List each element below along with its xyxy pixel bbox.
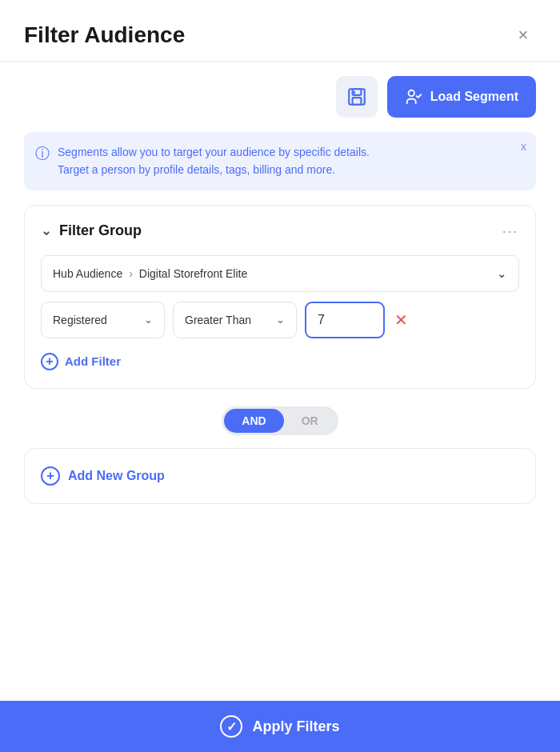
registered-label: Registered: [53, 314, 107, 326]
page-title: Filter Audience: [24, 22, 185, 48]
load-segment-icon: [405, 88, 422, 106]
audience-dropdown-icon: ⌄: [497, 266, 507, 281]
save-icon: [346, 86, 367, 107]
info-banner: ⓘ Segments allow you to target your audi…: [24, 132, 536, 190]
add-filter-label: Add Filter: [65, 354, 121, 368]
audience-part2: Digital Storefront Elite: [139, 267, 247, 280]
apply-check-icon: ✓: [220, 715, 242, 738]
filter-group-label: Filter Group: [59, 222, 142, 239]
add-group-label: Add New Group: [68, 469, 165, 483]
filter-group-card: ⌄ Filter Group ⋯ Hub Audience › Digital …: [24, 205, 536, 389]
registered-select[interactable]: Registered ⌄: [41, 302, 165, 338]
load-segment-button[interactable]: Load Segment: [387, 76, 536, 118]
audience-selector-row[interactable]: Hub Audience › Digital Storefront Elite …: [41, 255, 519, 292]
condition-select[interactable]: Greater Than ⌄: [173, 302, 297, 338]
delete-icon: ✕: [394, 310, 408, 330]
audience-part1: Hub Audience: [53, 267, 122, 280]
condition-label: Greater Than: [185, 314, 251, 326]
apply-filters-button[interactable]: ✓ Apply Filters: [220, 715, 339, 738]
svg-rect-2: [352, 98, 361, 105]
registered-chevron-icon: ⌄: [144, 314, 153, 326]
add-group-icon: +: [41, 466, 60, 486]
condition-chevron-icon: ⌄: [276, 314, 285, 326]
logic-toggle: AND OR: [0, 406, 560, 435]
filter-group-header: ⌄ Filter Group ⋯: [41, 222, 519, 241]
add-filter-button[interactable]: + Add Filter: [41, 353, 121, 370]
banner-close-icon: x: [521, 140, 526, 153]
collapse-icon: ⌄: [41, 223, 51, 238]
banner-dismiss-button[interactable]: x: [521, 140, 526, 153]
more-options-icon[interactable]: ⋯: [502, 222, 519, 241]
filter-group-title: ⌄ Filter Group: [41, 222, 142, 239]
close-icon: ×: [518, 25, 529, 46]
and-toggle-button[interactable]: AND: [224, 409, 283, 433]
info-text: Segments allow you to target your audien…: [58, 143, 370, 179]
toolbar: Load Segment: [0, 62, 560, 126]
add-filter-icon: +: [41, 353, 58, 370]
delete-filter-row-button[interactable]: ✕: [394, 310, 408, 330]
modal-header: Filter Audience ×: [0, 0, 560, 62]
load-segment-label: Load Segment: [430, 90, 518, 104]
or-toggle-button[interactable]: OR: [284, 409, 336, 433]
toggle-container: AND OR: [222, 406, 338, 435]
path-separator: ›: [129, 267, 133, 280]
apply-filters-label: Apply Filters: [252, 718, 339, 735]
footer: ✓ Apply Filters: [0, 701, 560, 752]
audience-path: Hub Audience › Digital Storefront Elite: [53, 267, 497, 280]
close-button[interactable]: ×: [510, 22, 536, 48]
save-button[interactable]: [336, 76, 378, 118]
modal: Filter Audience × Load Segment ⓘ: [0, 0, 560, 752]
svg-point-4: [408, 90, 414, 96]
filter-condition-row: Registered ⌄ Greater Than ⌄ ✕: [41, 302, 519, 338]
add-new-group-button[interactable]: + Add New Group: [41, 466, 165, 486]
add-group-card: + Add New Group: [24, 448, 536, 504]
filter-value-input[interactable]: [305, 302, 385, 338]
info-icon: ⓘ: [35, 144, 50, 163]
